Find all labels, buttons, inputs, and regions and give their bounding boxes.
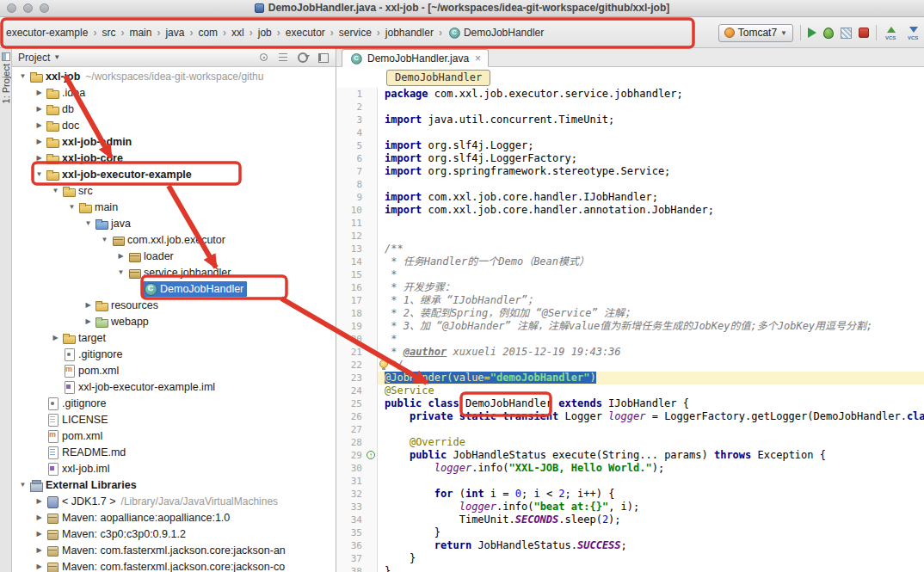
tree-item-gitignore[interactable]: .gitignore bbox=[12, 395, 336, 411]
tree-item-resources[interactable]: ▶resources bbox=[12, 297, 336, 313]
tree-collapsed-icon[interactable]: ▶ bbox=[34, 105, 45, 113]
code-line-17[interactable]: 17 * 1、继承 “IJobHandler”； bbox=[336, 294, 924, 307]
tree-collapsed-icon[interactable]: ▶ bbox=[34, 121, 45, 129]
breadcrumb-item-com[interactable]: com bbox=[194, 25, 222, 40]
tree-item-src[interactable]: ▼src bbox=[12, 182, 336, 199]
tree-item-loader[interactable]: ▶loader bbox=[12, 248, 336, 264]
coverage-button[interactable] bbox=[841, 28, 852, 39]
code-line-34[interactable]: 34 TimeUnit.SECONDS.sleep(2); bbox=[336, 514, 924, 526]
breadcrumb-item-jobhandler[interactable]: jobhandler bbox=[381, 25, 438, 40]
code-line-22[interactable]: 22 */ bbox=[336, 359, 924, 372]
intention-bulb-icon[interactable] bbox=[379, 360, 388, 368]
gear-icon[interactable] bbox=[297, 51, 310, 64]
code-line-10[interactable]: 10import com.xxl.job.core.handler.annota… bbox=[336, 204, 924, 217]
stop-button[interactable] bbox=[859, 28, 869, 38]
tree-item-java[interactable]: ▼java bbox=[12, 215, 336, 231]
tree-collapsed-icon[interactable]: ▶ bbox=[34, 89, 45, 96]
breadcrumb-item-executor-example[interactable]: executor-example bbox=[2, 25, 92, 40]
vcs-commit-button[interactable] bbox=[884, 26, 899, 40]
code-line-14[interactable]: 14 * 任务Handler的一个Demo（Bean模式） bbox=[336, 255, 924, 268]
tree-collapsed-icon[interactable]: ▶ bbox=[34, 563, 45, 570]
tree-item-com-xxl-job-executor[interactable]: ▼com.xxl.job.executor bbox=[12, 231, 336, 248]
code-line-26[interactable]: 26 private static transient Logger logge… bbox=[336, 410, 924, 423]
tree-item-xxl-job-executor-example-iml[interactable]: xxl-job-executor-example.iml bbox=[12, 378, 336, 395]
tree-expanded-icon[interactable]: ▼ bbox=[50, 187, 61, 194]
tree-collapsed-icon[interactable]: ▶ bbox=[115, 252, 126, 260]
code-line-27[interactable]: 27 bbox=[336, 423, 924, 436]
tree-collapsed-icon[interactable]: ▶ bbox=[34, 514, 45, 521]
tree-item-maven-com-fasterxml-jackson-core-jackson-an[interactable]: ▶Maven: com.fasterxml.jackson.core:jacks… bbox=[12, 542, 336, 558]
tree-item-xxl-job-core[interactable]: ▶xxl-job-core bbox=[12, 150, 336, 166]
code-line-21[interactable]: 21 * @author xuxueli 2015-12-19 19:43:36 bbox=[336, 346, 924, 359]
tree-collapsed-icon[interactable]: ▶ bbox=[83, 301, 94, 309]
code-editor[interactable]: 1package com.xxl.job.executor.service.jo… bbox=[336, 88, 924, 572]
breadcrumb-item-job[interactable]: job bbox=[254, 25, 276, 40]
breadcrumb-item-executor[interactable]: executor bbox=[281, 25, 330, 40]
tree-item-webapp[interactable]: ▶webapp bbox=[12, 313, 336, 329]
code-line-12[interactable]: 12 bbox=[336, 230, 924, 243]
tree-expanded-icon[interactable]: ▼ bbox=[17, 481, 28, 489]
tree-collapsed-icon[interactable]: ▶ bbox=[34, 497, 45, 505]
code-line-9[interactable]: 9import com.xxl.job.core.handler.IJobHan… bbox=[336, 191, 924, 204]
tree-item-xxl-job-executor-example[interactable]: ▼xxl-job-executor-example bbox=[12, 166, 336, 182]
tree-item-target[interactable]: ▶target bbox=[12, 329, 336, 346]
tree-item-maven-com-fasterxml-jackson-core-jackson-co[interactable]: ▶Maven: com.fasterxml.jackson.core:jacks… bbox=[12, 558, 336, 572]
code-line-15[interactable]: 15 * bbox=[336, 268, 924, 281]
tree-expanded-icon[interactable]: ▼ bbox=[34, 170, 45, 178]
code-line-18[interactable]: 18 * 2、装配到Spring，例如加 “@Service” 注解； bbox=[336, 307, 924, 320]
tree-collapsed-icon[interactable]: ▶ bbox=[83, 317, 94, 325]
tree-collapsed-icon[interactable]: ▶ bbox=[34, 546, 45, 554]
tree-collapsed-icon[interactable]: ▶ bbox=[34, 530, 45, 538]
collapse-all-icon[interactable] bbox=[277, 51, 290, 64]
code-line-19[interactable]: 19 * 3、加 “@JobHander” 注解，注解value值为新增任务生成… bbox=[336, 320, 924, 333]
tree-item-jdk1-7[interactable]: ▶< JDK1.7 >/Library/Java/JavaVirtualMach… bbox=[12, 493, 336, 509]
debug-button[interactable] bbox=[823, 28, 834, 39]
tree-item-db[interactable]: ▶db bbox=[12, 101, 336, 117]
code-line-25[interactable]: 25public class DemoJobHandler extends IJ… bbox=[336, 397, 924, 410]
tree-item-xxl-job-iml[interactable]: xxl-job.iml bbox=[12, 460, 336, 477]
code-line-24[interactable]: 24@Service bbox=[336, 384, 924, 397]
tree-expanded-icon[interactable]: ▼ bbox=[66, 203, 77, 211]
locate-icon[interactable] bbox=[257, 51, 270, 64]
code-line-11[interactable]: 11 bbox=[336, 217, 924, 230]
breadcrumb-item-demojobhandler[interactable]: DemoJobHandler bbox=[443, 24, 548, 41]
code-line-31[interactable]: 31 bbox=[336, 475, 924, 488]
tree-item-service-jobhandler[interactable]: ▼service.jobhandler bbox=[12, 264, 336, 280]
code-line-23[interactable]: 23@JobHander(value="demoJobHandler") bbox=[336, 372, 924, 384]
breadcrumb-item-java[interactable]: java bbox=[161, 25, 188, 40]
tree-collapsed-icon[interactable]: ▶ bbox=[34, 154, 45, 162]
tree-item-doc[interactable]: ▶doc bbox=[12, 117, 336, 133]
vcs-update-button[interactable] bbox=[906, 26, 921, 40]
code-line-20[interactable]: 20 * bbox=[336, 333, 924, 346]
code-line-1[interactable]: 1package com.xxl.job.executor.service.jo… bbox=[336, 88, 924, 101]
tree-expanded-icon[interactable]: ▼ bbox=[17, 72, 28, 80]
code-line-5[interactable]: 5import org.slf4j.Logger; bbox=[336, 139, 924, 152]
chevron-down-icon[interactable]: ▼ bbox=[53, 53, 60, 61]
tree-item-demojobhandler[interactable]: DemoJobHandler bbox=[12, 280, 336, 297]
tree-item-gitignore[interactable]: .gitignore bbox=[12, 346, 336, 362]
editor-tab[interactable]: DemoJobHandler.java × bbox=[342, 49, 489, 67]
breadcrumb-item-src[interactable]: src bbox=[97, 25, 120, 40]
tree-item-pom-xml[interactable]: pom.xml bbox=[12, 427, 336, 444]
project-toolwindow-tab[interactable]: 1: Project bbox=[1, 64, 11, 103]
tree-item-xxl-job[interactable]: ▼xxl-job~/workspaces/idea-git-workspace/… bbox=[12, 68, 336, 84]
tree-item-maven-c3p0-c3p0-0-9-1-2[interactable]: ▶Maven: c3p0:c3p0:0.9.1.2 bbox=[12, 526, 336, 542]
code-line-36[interactable]: 36 return JobHandleStatus.SUCCESS; bbox=[336, 539, 924, 552]
code-line-35[interactable]: 35 } bbox=[336, 526, 924, 539]
code-line-3[interactable]: 3import java.util.concurrent.TimeUnit; bbox=[336, 114, 924, 126]
hide-panel-icon[interactable] bbox=[317, 51, 330, 64]
breadcrumb-item-xxl[interactable]: xxl bbox=[227, 25, 249, 40]
code-line-7[interactable]: 7import org.springframework.stereotype.S… bbox=[336, 165, 924, 178]
override-marker-icon[interactable]: ↑ bbox=[366, 449, 378, 462]
code-line-33[interactable]: 33 logger.info("beat at:{}", i); bbox=[336, 501, 924, 514]
close-icon[interactable]: × bbox=[475, 52, 481, 65]
tree-item-xxl-job-admin[interactable]: ▶xxl-job-admin bbox=[12, 133, 336, 150]
tree-item-main[interactable]: ▼main bbox=[12, 199, 336, 215]
code-line-29[interactable]: 29↑ public JobHandleStatus execute(Strin… bbox=[336, 449, 924, 462]
tree-item-external-libraries[interactable]: ▼External Libraries bbox=[12, 477, 336, 493]
code-line-37[interactable]: 37 } bbox=[336, 552, 924, 565]
breadcrumb-item-main[interactable]: main bbox=[125, 25, 156, 40]
project-toolwindow-icon[interactable] bbox=[2, 52, 10, 61]
breadcrumb-item-service[interactable]: service bbox=[335, 25, 376, 40]
current-element-chip[interactable]: DemoJobHandler bbox=[386, 70, 490, 86]
